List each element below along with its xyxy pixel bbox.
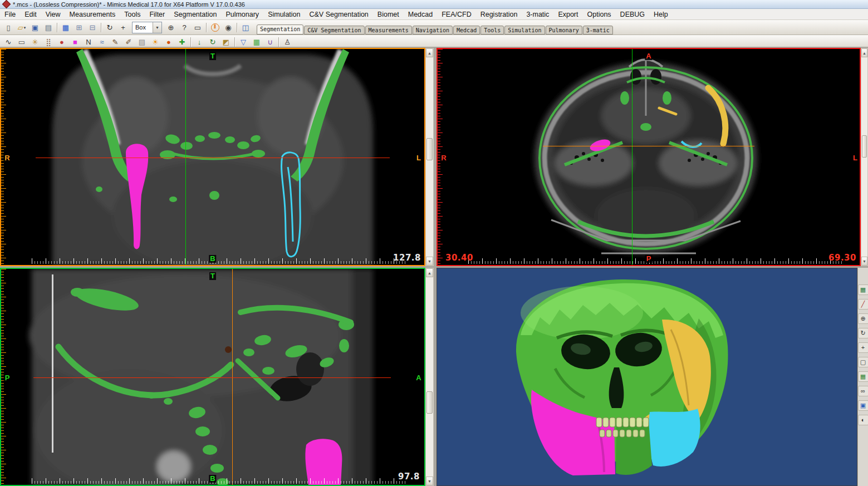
menu-export[interactable]: Export [553, 9, 582, 19]
print-icon[interactable]: ▤ [42, 21, 55, 34]
project-panel-icon[interactable]: ◫ [239, 21, 252, 34]
save-icon[interactable]: ▣ [28, 21, 42, 34]
tab-tools[interactable]: Tools [480, 26, 504, 35]
sagittal-scrollbar-track[interactable] [426, 277, 433, 477]
sagittal-scrollbar-thumb[interactable] [426, 391, 433, 414]
menu-c-v-segmentation[interactable]: C&V Segmentation [305, 9, 373, 19]
tab-pulmonary[interactable]: Pulmonary [546, 26, 582, 35]
menu-3-matic[interactable]: 3-matic [522, 9, 553, 19]
toolbar-separator [190, 37, 191, 47]
tab-simulation[interactable]: Simulation [504, 26, 545, 35]
copy-icon[interactable]: ⊞ [72, 21, 86, 34]
view-layout-icon[interactable]: ▦ [59, 21, 72, 34]
rotate-3d-icon[interactable]: ↻ [858, 328, 868, 338]
orientation-label-left: R [440, 154, 447, 162]
axial-slice-position-right: 69.30 [828, 253, 856, 263]
orientation-label-right: A [415, 374, 422, 382]
menu-fea-cfd[interactable]: FEA/CFD [437, 9, 475, 19]
scroll-up-icon[interactable]: ▲ [861, 48, 867, 57]
axial-scrollbar-thumb[interactable] [862, 135, 867, 158]
skull-3d-render [437, 268, 857, 485]
tab-measurements[interactable]: Measurements [365, 26, 412, 35]
scroll-up-icon[interactable]: ▲ [426, 268, 433, 277]
title-bar: *.mcs - (Lossless Compression)* - Mimics… [0, 0, 868, 9]
pointer-mode-icon[interactable]: ◉ [222, 21, 235, 34]
coronal-scrollbar-thumb[interactable] [426, 138, 433, 160]
tab-segmentation[interactable]: Segmentation [257, 24, 303, 35]
menu-tools[interactable]: Tools [120, 9, 145, 19]
tab-c-v-segmentation[interactable]: C&V Segmentation [304, 26, 364, 35]
menu-measurements[interactable]: Measurements [65, 9, 120, 19]
tab-medcad[interactable]: Medcad [453, 26, 480, 35]
menu-simulation[interactable]: Simulation [263, 9, 305, 19]
orientation-label-bottom: B [209, 475, 216, 483]
tab-3-matic[interactable]: 3-matic [583, 26, 613, 35]
orientation-label-top: A [645, 52, 652, 60]
coronal-indicator-line[interactable] [543, 146, 754, 146]
zoom-type-value: Box [133, 24, 153, 31]
menu-registration[interactable]: Registration [476, 9, 522, 19]
stereo-view-icon[interactable]: ∞ [858, 386, 868, 396]
fit-view-icon[interactable]: ▢ [858, 357, 868, 367]
pan-3d-icon[interactable]: + [858, 342, 868, 353]
menu-help[interactable]: Help [649, 9, 673, 19]
view-3d[interactable] [437, 268, 857, 486]
menu-view[interactable]: View [41, 9, 65, 19]
scroll-down-icon[interactable]: ▼ [426, 257, 433, 266]
scene-layout-icon[interactable]: ▦ [858, 284, 868, 295]
zoom-in-icon[interactable]: ⊕ [164, 21, 178, 34]
menu-medcad[interactable]: Medcad [404, 9, 437, 19]
view-presets-icon[interactable]: ▣ [858, 400, 868, 411]
menu-options[interactable]: Options [583, 9, 616, 19]
menu-biomet[interactable]: Biomet [373, 9, 404, 19]
chevron-down-icon[interactable]: ▼ [153, 22, 161, 33]
menu-edit[interactable]: Edit [20, 9, 41, 19]
window-title: *.mcs - (Lossless Compression)* - Mimics… [13, 1, 245, 8]
clip-planes-icon[interactable]: ▦ [858, 371, 868, 382]
tab-navigation[interactable]: Navigation [413, 26, 453, 35]
axial-indicator-line[interactable] [36, 158, 390, 158]
pause-icon[interactable]: Ⅱ [208, 21, 222, 34]
toolbar-separator [234, 37, 235, 47]
duplicate-icon[interactable]: ⊟ [86, 21, 99, 34]
coronal-view[interactable]: T B R L 127.8 [0, 48, 425, 266]
toolbar-separator [237, 23, 237, 32]
sagittal-view[interactable]: T B P A 97.8 [0, 268, 425, 486]
sagittal-indicator-line[interactable] [632, 49, 632, 265]
menu-debug[interactable]: DEBUG [616, 9, 649, 19]
toolbar-separator [57, 23, 57, 32]
sagittal-scrollbar[interactable]: ▲ ▼ [425, 268, 434, 486]
zoom-box-icon[interactable]: ▭ [191, 21, 204, 34]
menu-filter[interactable]: Filter [145, 9, 169, 19]
coronal-scrollbar[interactable]: ▲ ▼ [425, 48, 434, 266]
zoom-3d-icon[interactable]: ⊕ [858, 313, 868, 324]
axial-slice-position-left: 30.40 [445, 253, 473, 263]
axial-view[interactable]: A P R L 30.40 69.30 [437, 48, 861, 266]
scroll-down-icon[interactable]: ▼ [861, 257, 867, 266]
coronal-indicator-line[interactable] [232, 269, 233, 485]
sagittal-slice-position: 97.8 [398, 472, 420, 482]
skull-3d [516, 279, 728, 475]
menu-pulmonary[interactable]: Pulmonary [221, 9, 263, 19]
scroll-up-icon[interactable]: ▲ [426, 48, 433, 57]
zoom-type-select[interactable]: Box ▼ [132, 22, 162, 33]
measure-3d-icon[interactable]: ╱ [858, 299, 868, 310]
toolbar-separator [206, 23, 207, 32]
new-project-icon[interactable]: ▯ [2, 21, 15, 34]
menu-file[interactable]: File [0, 9, 20, 19]
orientation-label-bottom: B [209, 255, 216, 263]
coronal-scrollbar-track[interactable] [426, 57, 433, 257]
zoom-query-icon[interactable]: ? [178, 21, 191, 34]
contrast-3d-icon[interactable]: ◐ [858, 415, 868, 425]
open-project-icon[interactable]: ▱▾ [15, 21, 28, 34]
pan-icon[interactable]: + [116, 21, 130, 34]
axial-scrollbar-track[interactable] [861, 57, 867, 257]
axial-scrollbar[interactable]: ▲ ▼ [861, 48, 868, 266]
axial-indicator-line[interactable] [33, 377, 391, 378]
reslice-icon[interactable]: ↻ [103, 21, 116, 34]
main-toolbar: ▯▱▾▣▤▦⊞⊟↻+ Box ▼ ⊕?▭Ⅱ◉◫ SegmentationC&V … [0, 20, 868, 35]
sagittal-indicator-line[interactable] [185, 49, 186, 265]
scroll-down-icon[interactable]: ▼ [426, 477, 433, 485]
menu-segmentation[interactable]: Segmentation [169, 9, 221, 19]
mimics-application-window: *.mcs - (Lossless Compression)* - Mimics… [0, 0, 868, 486]
